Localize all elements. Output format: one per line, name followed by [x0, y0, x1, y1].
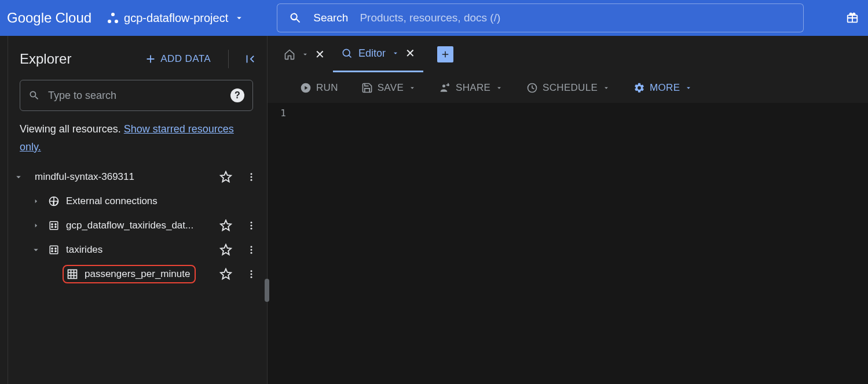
collapse-icon: [244, 53, 257, 65]
svg-point-17: [251, 249, 252, 251]
gift-icon[interactable]: [846, 12, 859, 24]
help-icon[interactable]: ?: [230, 88, 244, 102]
more-label: MORE: [650, 82, 680, 94]
expand-toggle[interactable]: [13, 172, 24, 182]
star-outline-icon: [219, 243, 232, 256]
project-label: mindful-syntax-369311: [30, 171, 210, 183]
share-label: SHARE: [456, 82, 490, 94]
close-tab-button[interactable]: ✕: [405, 46, 415, 60]
editor-toolbar: RUN SAVE SHARE SCHEDULE MORE: [268, 73, 868, 103]
chevron-down-icon: [408, 84, 416, 92]
top-right-actions: [846, 12, 859, 24]
svg-point-4: [52, 224, 53, 225]
kebab-icon: [246, 269, 257, 279]
line-number: 1: [268, 108, 286, 119]
svg-point-2: [251, 179, 252, 181]
run-button[interactable]: RUN: [300, 82, 338, 94]
dataset-label: taxirides: [66, 244, 210, 256]
chevron-down-icon: [31, 245, 41, 255]
more-button[interactable]: MORE: [633, 82, 693, 94]
explorer-panel: Explorer ADD DATA ? Viewing all resource…: [0, 36, 268, 384]
code-editor[interactable]: 1: [268, 103, 868, 384]
svg-point-8: [251, 221, 252, 223]
svg-point-30: [442, 84, 445, 87]
svg-point-27: [343, 49, 350, 56]
dataset-label: gcp_dataflow_taxirides_dat...: [66, 220, 210, 231]
tree-external-row[interactable]: External connections: [13, 189, 261, 213]
main-area: Explorer ADD DATA ? Viewing all resource…: [0, 36, 868, 384]
svg-point-12: [52, 248, 53, 249]
tree-project-row[interactable]: mindful-syntax-369311: [13, 165, 261, 189]
tree-dataset-row[interactable]: gcp_dataflow_taxirides_dat...: [13, 213, 261, 238]
global-search[interactable]: Search: [277, 3, 804, 32]
dataset-icon: [47, 220, 60, 231]
home-icon: [284, 49, 295, 60]
chevron-down-icon: [602, 84, 610, 92]
svg-point-14: [52, 250, 53, 252]
collapse-panel-button[interactable]: [244, 53, 257, 65]
new-tab-button[interactable]: [437, 46, 453, 62]
star-button[interactable]: [216, 219, 236, 232]
chevron-down-icon: [301, 50, 309, 58]
editor-area: ✕ Editor ✕ RUN SAVE: [268, 36, 868, 384]
explorer-search-input[interactable]: [48, 90, 222, 102]
star-button[interactable]: [216, 243, 236, 256]
expand-toggle[interactable]: [30, 197, 42, 206]
project-name: gcp-dataflow-project: [124, 12, 228, 25]
top-bar: Google Cloud gcp-dataflow-project Search: [0, 0, 868, 36]
project-dots-icon: [108, 13, 118, 23]
svg-point-7: [55, 226, 56, 227]
logo-google: Google: [7, 10, 52, 26]
divider: [228, 50, 229, 68]
star-outline-icon: [219, 268, 232, 280]
svg-rect-19: [68, 270, 77, 279]
add-data-label: ADD DATA: [160, 53, 211, 65]
star-button[interactable]: [216, 268, 236, 280]
tree-dataset-row[interactable]: taxirides: [13, 238, 261, 262]
viewing-text: Viewing all resources.: [20, 123, 124, 135]
expand-toggle[interactable]: [30, 221, 42, 230]
explorer-header: Explorer ADD DATA: [0, 36, 267, 80]
save-button[interactable]: SAVE: [361, 82, 416, 94]
kebab-icon: [246, 172, 257, 182]
explorer-title: Explorer: [20, 51, 71, 67]
dataset-icon: [47, 245, 60, 255]
chevron-down-icon: [13, 172, 24, 182]
schedule-button[interactable]: SCHEDULE: [526, 82, 610, 94]
google-cloud-logo: Google Cloud: [7, 10, 91, 26]
chevron-down-icon: [684, 84, 693, 92]
svg-point-31: [447, 83, 449, 86]
plus-icon: [144, 53, 157, 65]
tab-strip: ✕ Editor ✕: [268, 36, 868, 73]
editor-tab[interactable]: Editor ✕: [333, 36, 423, 72]
play-icon: [300, 82, 312, 94]
search-input[interactable]: [360, 12, 792, 24]
more-actions-button[interactable]: [241, 220, 261, 231]
save-icon: [361, 82, 373, 94]
project-selector[interactable]: gcp-dataflow-project: [108, 12, 244, 25]
add-data-button[interactable]: ADD DATA: [144, 53, 211, 65]
svg-point-25: [251, 274, 252, 275]
share-button[interactable]: SHARE: [440, 82, 503, 94]
svg-point-24: [251, 270, 252, 272]
star-button[interactable]: [216, 171, 236, 183]
expand-toggle[interactable]: [30, 245, 42, 255]
home-tab[interactable]: ✕: [278, 36, 331, 72]
external-icon: [47, 195, 60, 207]
share-icon: [440, 82, 451, 94]
tree-table-row[interactable]: passengers_per_minute: [13, 262, 261, 286]
svg-point-0: [251, 173, 252, 175]
svg-point-6: [52, 226, 53, 227]
run-label: RUN: [316, 82, 338, 94]
close-tab-button[interactable]: ✕: [315, 47, 325, 61]
more-actions-button[interactable]: [241, 172, 261, 182]
search-icon: [28, 90, 40, 101]
svg-point-1: [251, 176, 252, 178]
explorer-search[interactable]: ?: [20, 80, 253, 111]
resize-handle[interactable]: [265, 279, 269, 302]
resource-tree: mindful-syntax-369311 External connectio…: [0, 164, 267, 286]
more-actions-button[interactable]: [241, 269, 261, 279]
kebab-icon: [246, 245, 257, 255]
schedule-label: SCHEDULE: [543, 82, 598, 94]
more-actions-button[interactable]: [241, 245, 261, 255]
